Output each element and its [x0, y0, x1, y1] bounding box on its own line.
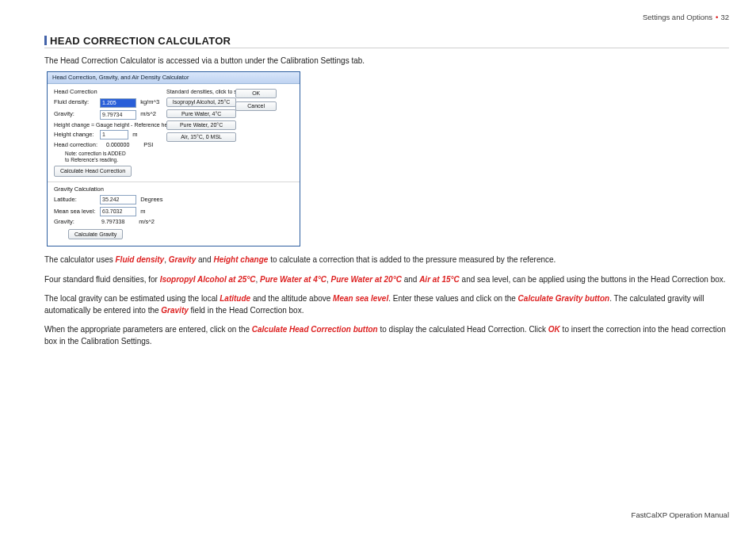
preset-water-4c-button[interactable]: Pure Water, 4°C	[166, 109, 236, 119]
header-section: Settings and Options	[643, 13, 712, 21]
msl-unit: m	[140, 208, 161, 215]
preset-water-20c-button[interactable]: Pure Water, 20°C	[166, 120, 236, 130]
section-title: HEAD CORRECTION CALCULATOR	[44, 35, 729, 48]
height-change-unit: m	[132, 132, 153, 138]
height-change-input[interactable]: 1	[100, 130, 128, 139]
head-correction-unit: PSI	[143, 142, 164, 148]
page-header: Settings and Options•32	[643, 13, 729, 21]
paragraph-1: The calculator uses Fluid density, Gravi…	[44, 254, 729, 266]
fluid-density-input[interactable]: 1.205	[100, 98, 136, 108]
height-change-note: Height change = Gauge height - Reference…	[54, 122, 165, 128]
fluid-density-unit: kg/m^3	[140, 99, 161, 105]
presets-heading: Standard densities, click to set	[166, 89, 230, 95]
paragraph-2: Four standard fluid densities, for Isopr…	[44, 274, 729, 286]
paragraph-3: The local gravity can be estimated using…	[44, 293, 729, 316]
header-page: 32	[720, 13, 729, 21]
cancel-button[interactable]: Cancel	[235, 101, 277, 111]
msl-label: Mean sea level:	[54, 208, 98, 215]
gravity-input-unit: m/s^2	[140, 111, 161, 117]
gravity-input-label: Gravity:	[54, 111, 98, 117]
divider	[48, 182, 300, 182]
latitude-label: Latitude:	[54, 197, 98, 203]
head-correction-label: Head correction:	[54, 142, 103, 148]
calculate-head-correction-button[interactable]: Calculate Head Correction	[54, 166, 132, 177]
fluid-density-label: Fluid density:	[54, 99, 98, 105]
height-change-label: Height change:	[54, 132, 98, 138]
gravity-calc-heading: Gravity Calculation	[54, 186, 293, 193]
intro-text: The Head Correction Calculator is access…	[44, 56, 729, 65]
msl-input[interactable]: 63.7032	[100, 207, 136, 216]
gravity-out-value: 9.797338	[100, 219, 135, 225]
note-text: Note: correction is ADDED to Reference's…	[65, 151, 165, 162]
gravity-input[interactable]: 9.79734	[100, 110, 136, 120]
preset-isopropyl-button[interactable]: Isopropyl Alcohol, 25°C	[166, 97, 236, 107]
ok-button[interactable]: OK	[235, 89, 277, 98]
paragraph-4: When the appropriate parameters are ente…	[44, 324, 729, 347]
dialog-title: Head Correction, Gravity, and Air Densit…	[48, 72, 300, 84]
calculator-dialog: Head Correction, Gravity, and Air Densit…	[47, 71, 300, 246]
preset-air-button[interactable]: Air, 15°C, 0 MSL	[166, 132, 236, 142]
header-dot: •	[716, 13, 718, 21]
gravity-out-label: Gravity:	[54, 219, 98, 225]
gravity-out-unit: m/s^2	[139, 219, 159, 225]
latitude-unit: Degrees	[140, 197, 167, 203]
head-correction-heading: Head Correction	[54, 89, 165, 95]
head-correction-value: 0.000000	[105, 142, 139, 148]
latitude-input[interactable]: 35.242	[100, 195, 136, 204]
footer-text: FastCalXP Operation Manual	[632, 510, 729, 519]
calculate-gravity-button[interactable]: Calculate Gravity	[68, 229, 123, 240]
